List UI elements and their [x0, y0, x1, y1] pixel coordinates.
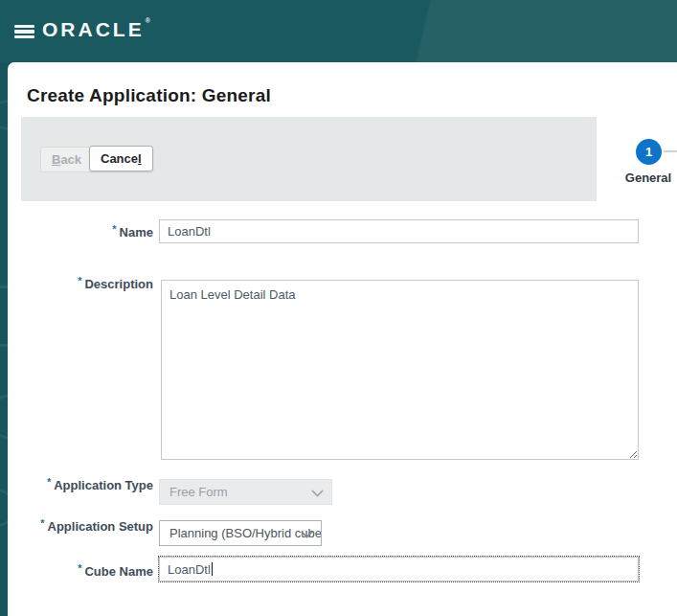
- cube-name-input[interactable]: LoanDtl: [159, 557, 639, 582]
- hamburger-icon: [14, 25, 35, 39]
- required-asterisk: *: [40, 517, 44, 529]
- name-input[interactable]: [159, 219, 639, 243]
- train-connector-line: [664, 150, 677, 152]
- train-step-label: General: [625, 171, 671, 185]
- required-asterisk: *: [47, 476, 51, 488]
- description-label: *Description: [8, 275, 153, 291]
- application-type-dropdown[interactable]: Free Form: [159, 479, 332, 505]
- oracle-logo: ORACLE®: [42, 17, 150, 41]
- application-type-label: *Application Type: [8, 476, 153, 492]
- application-type-value: Free Form: [169, 485, 228, 499]
- chevron-down-icon: [311, 490, 324, 497]
- application-setup-value: Planning (BSO/Hybrid cube: [169, 526, 322, 540]
- application-setup-label: *Application Setup: [8, 517, 153, 534]
- back-button[interactable]: Back: [40, 147, 93, 172]
- menu-button[interactable]: [12, 20, 37, 41]
- content-panel: Create Application: General Back Cancel …: [8, 62, 677, 616]
- chevron-down-icon: [301, 531, 313, 538]
- app-header: ORACLE®: [0, 0, 677, 62]
- description-textarea[interactable]: Loan Level Detail Data: [161, 280, 639, 460]
- cube-name-value: LoanDtl: [168, 562, 211, 577]
- required-asterisk: *: [78, 562, 81, 574]
- train-step-1[interactable]: 1: [636, 139, 662, 165]
- page-title: Create Application: General: [27, 85, 271, 106]
- text-cursor: [212, 562, 213, 576]
- required-asterisk: *: [112, 223, 116, 235]
- cube-name-label: *Cube Name: [8, 562, 153, 579]
- name-label: *Name: [8, 223, 153, 240]
- wizard-toolbar: Back Cancel: [21, 117, 597, 201]
- cancel-button[interactable]: Cancel: [89, 146, 153, 171]
- required-asterisk: *: [78, 275, 81, 286]
- application-setup-dropdown[interactable]: Planning (BSO/Hybrid cube: [159, 520, 322, 546]
- registered-mark: ®: [146, 17, 150, 24]
